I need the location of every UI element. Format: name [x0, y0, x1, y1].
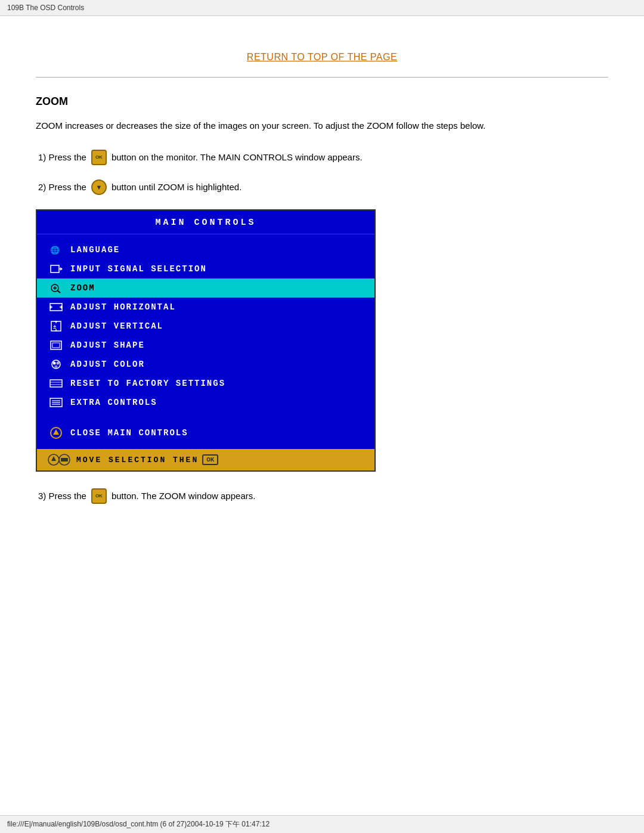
return-to-top-link[interactable]: RETURN TO TOP OF THE PAGE	[247, 52, 397, 62]
step3-text-before: 3) Press the	[38, 488, 86, 504]
section-description: ZOOM increases or decreases the size of …	[36, 119, 608, 133]
osd-item-adj-shape: ADJUST SHAPE	[37, 336, 374, 355]
divider	[36, 77, 608, 78]
osd-vert-label: ADJUST VERTICAL	[70, 321, 163, 331]
osd-language-label: LANGUAGE	[70, 245, 120, 255]
osd-item-input-signal: INPUT SIGNAL SELECTION	[37, 259, 374, 278]
svg-marker-33	[53, 429, 59, 435]
osd-reset-label: RESET TO FACTORY SETTINGS	[70, 379, 225, 388]
status-bar: file:///E|/manual/english/109B/osd/osd_c…	[0, 815, 644, 833]
page-content: RETURN TO TOP OF THE PAGE ZOOM ZOOM incr…	[0, 16, 644, 554]
svg-text:±: ±	[53, 324, 57, 330]
osd-input-label: INPUT SIGNAL SELECTION	[70, 264, 207, 274]
osd-title-bar: MAIN CONTROLS	[37, 210, 374, 234]
step-2: 2) Press the button until ZOOM is highli…	[36, 179, 608, 195]
down-button-icon	[91, 179, 107, 195]
osd-close-icon	[48, 426, 64, 439]
osd-item-extra: EXTRA CONTROLS	[37, 393, 374, 412]
osd-item-adj-horiz: ADJUST HORIZONTAL	[37, 298, 374, 317]
osd-footer: MOVE SELECTION THEN OK	[37, 449, 374, 470]
osd-footer-icons	[48, 453, 72, 466]
osd-close-row: CLOSE MAIN CONTROLS	[37, 422, 374, 444]
osd-horiz-label: ADJUST HORIZONTAL	[70, 302, 176, 312]
svg-rect-20	[52, 343, 60, 348]
osd-color-icon	[48, 358, 64, 371]
osd-close-label: CLOSE MAIN CONTROLS	[70, 428, 188, 438]
ok-button-icon-3	[91, 488, 107, 504]
osd-item-reset: RESET TO FACTORY SETTINGS	[37, 374, 374, 393]
step-1: 1) Press the button on the monitor. The …	[36, 150, 608, 165]
step1-text-after: button on the monitor. The MAIN CONTROLS…	[112, 150, 363, 165]
osd-reset-icon	[48, 377, 64, 390]
svg-point-22	[53, 362, 56, 365]
osd-shape-label: ADJUST SHAPE	[70, 340, 145, 350]
section-title: ZOOM	[36, 95, 608, 108]
svg-text:🌐: 🌐	[50, 245, 61, 255]
osd-input-icon	[48, 262, 64, 275]
svg-marker-3	[60, 267, 63, 271]
svg-point-24	[55, 366, 58, 368]
osd-shape-icon	[48, 339, 64, 352]
svg-rect-37	[61, 458, 68, 462]
svg-rect-1	[51, 265, 59, 272]
osd-footer-text: MOVE SELECTION THEN	[76, 456, 199, 465]
osd-item-adj-vert: ± ADJUST VERTICAL	[37, 317, 374, 336]
step-3: 3) Press the button. The ZOOM window app…	[36, 488, 608, 504]
osd-horiz-icon	[48, 301, 64, 314]
svg-point-23	[57, 362, 60, 365]
osd-menu: 🌐 LANGUAGE INPUT SIGNAL SELECTION	[37, 234, 374, 418]
return-link-container: RETURN TO TOP OF THE PAGE	[36, 40, 608, 77]
osd-zoom-label: ZOOM	[70, 283, 95, 293]
osd-footer-ok-icon: OK	[202, 454, 218, 465]
step2-text-before: 2) Press the	[38, 179, 86, 195]
osd-item-zoom: ZOOM	[37, 278, 374, 298]
osd-screen: MAIN CONTROLS 🌐 LANGUAGE	[36, 209, 376, 472]
ok-button-icon-1	[91, 150, 107, 165]
browser-tab: 109B The OSD Controls	[0, 0, 644, 16]
osd-vert-icon: ±	[48, 320, 64, 333]
osd-language-icon: 🌐	[48, 243, 64, 256]
osd-item-language: 🌐 LANGUAGE	[37, 240, 374, 259]
osd-item-adj-color: ADJUST COLOR	[37, 355, 374, 374]
osd-zoom-icon	[48, 281, 64, 295]
step3-text-after: button. The ZOOM window appears.	[112, 488, 256, 504]
osd-color-label: ADJUST COLOR	[70, 360, 145, 369]
step2-text-after: button until ZOOM is highlighted.	[112, 179, 242, 195]
osd-extra-label: EXTRA CONTROLS	[70, 398, 157, 407]
osd-extra-icon	[48, 396, 64, 409]
svg-rect-25	[50, 380, 62, 387]
svg-line-5	[58, 291, 61, 293]
step1-text-before: 1) Press the	[38, 150, 86, 165]
